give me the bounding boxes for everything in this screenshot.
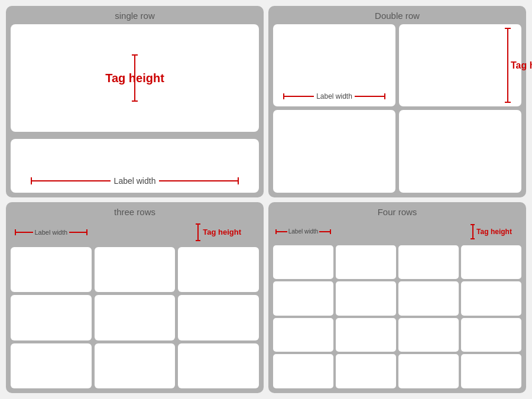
four-cell-15 [398,354,459,388]
three-cell-5 [95,295,176,340]
four-cell-9 [273,318,333,352]
double-cell-1: Label width [273,24,395,106]
double-row-tag-height: Tag height [511,60,532,71]
three-rows-label-width: Label width [33,229,70,236]
double-cell-4 [399,110,521,192]
four-cell-7 [398,281,459,316]
three-cell-4 [11,295,92,340]
three-cell-7 [11,343,92,389]
three-rows-panel: three rows Label width [6,202,264,394]
four-cell-8 [461,281,521,316]
single-row-bottom-label: Label width [11,139,259,193]
single-row-tag-height: Tag height [105,71,164,85]
four-cell-14 [336,354,396,388]
double-row-panel: Double row Label width Tag height [268,6,526,197]
three-cell-3 [178,247,259,293]
four-cell-12 [461,318,521,352]
double-row-grid: Label width Tag height [273,24,521,193]
four-rows-grid [273,245,521,389]
double-row-label-width: Label width [314,92,355,100]
four-cell-2 [336,245,396,280]
four-cell-5 [273,281,333,316]
four-rows-title: Four rows [273,207,521,217]
single-row-top-label: Tag height [11,24,259,132]
three-cell-9 [178,343,259,389]
single-row-panel: single row Tag height Label width [6,6,264,197]
four-cell-3 [398,245,459,280]
three-cell-1 [11,247,92,293]
single-row-label-width: Label width [111,176,160,186]
double-cell-3 [273,110,395,192]
four-cell-10 [336,318,396,352]
four-cell-13 [273,354,333,388]
single-row-inner: Tag height Label width [11,24,259,193]
double-row-title: Double row [273,11,521,21]
four-rows-tag-height: Tag height [476,228,512,236]
three-cell-8 [95,343,176,389]
four-rows-label-width: Label width [287,228,320,235]
three-cell-2 [95,247,176,293]
four-cell-11 [398,318,459,352]
four-cell-4 [461,245,521,280]
four-cell-1 [273,245,333,280]
three-cell-6 [178,295,259,340]
four-cell-6 [336,281,396,316]
four-rows-panel: Four rows Label width [268,202,526,394]
three-rows-title: three rows [11,207,259,217]
double-cell-2: Tag height [399,24,521,106]
four-cell-16 [461,354,521,388]
three-rows-tag-height: Tag height [203,228,241,236]
single-row-title: single row [11,11,259,21]
three-rows-grid [11,247,259,389]
